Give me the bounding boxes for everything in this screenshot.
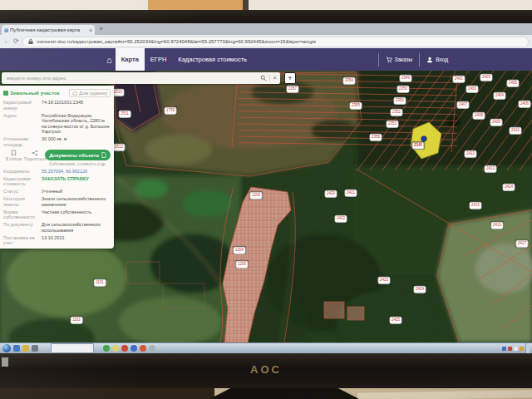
parcel-label-chip[interactable]: 2412 <box>464 150 476 158</box>
search-icon[interactable] <box>260 75 267 81</box>
desk-shadow <box>0 388 214 399</box>
tray-icon[interactable] <box>520 347 524 351</box>
back-icon[interactable]: ← <box>3 38 10 45</box>
address-value: Российская Федерация, Челябинская област… <box>42 113 111 135</box>
taskbar-icon[interactable] <box>112 345 119 352</box>
parcel-label-chip[interactable]: 1205 <box>235 261 248 268</box>
monitor-top-bezel <box>0 10 532 24</box>
house-icon <box>72 91 77 96</box>
share-button[interactable]: Поделиться <box>24 150 45 161</box>
taskbar-icon[interactable] <box>22 345 29 352</box>
parcel-label-chip[interactable]: 1204 <box>233 247 245 254</box>
taskbar-icon[interactable] <box>121 345 128 352</box>
taskbar-icon[interactable] <box>13 345 20 352</box>
ownership-label: Форма собственности: <box>3 209 42 220</box>
parcel-label-chip[interactable]: 2407 <box>456 101 469 109</box>
parcel-label-chip[interactable]: 2405 <box>506 80 519 87</box>
taskbar-icon[interactable] <box>131 345 137 352</box>
coords-value[interactable]: 55.257094, 60.992126 <box>42 169 111 175</box>
parcel-label-chip[interactable]: 2353 <box>386 121 398 128</box>
start-button[interactable] <box>2 344 11 352</box>
refresh-icon[interactable]: ⟳ <box>13 38 19 45</box>
parcel-label-chip[interactable]: 2408 <box>472 112 485 120</box>
parcel-label-chip[interactable]: 2357 <box>286 86 298 93</box>
bookmark-icon <box>11 150 17 156</box>
parcel-label-chip[interactable]: 1739 <box>164 107 176 115</box>
parcel-label-chip[interactable]: 2404 <box>493 92 505 100</box>
taskbar-open-window[interactable] <box>51 343 94 353</box>
parcel-label-chip[interactable]: 2424 <box>413 286 426 293</box>
nav-tab-map[interactable]: Карта <box>116 48 145 71</box>
parcel-label-chip[interactable]: 2403 <box>480 74 492 81</box>
wall-seam <box>243 0 249 10</box>
parcel-label-chip[interactable]: 2416 <box>490 222 503 229</box>
parcel-label-chip[interactable]: 2401 <box>452 76 465 83</box>
windows-taskbar <box>0 342 532 353</box>
parcel-label-chip[interactable]: 2352 <box>390 109 402 116</box>
parcel-label-chip[interactable]: 2420 <box>324 190 337 198</box>
panel-tab-building[interactable]: Дом (здание) <box>69 89 111 97</box>
nav-tab-egrn[interactable]: ЕГРН <box>145 48 172 71</box>
orders-button[interactable]: Заказы <box>378 53 420 66</box>
parcel-label-chip[interactable]: 2512 <box>112 144 125 151</box>
site-header: ⌂ Карта ЕГРН Кадастровая стоимость Заказ… <box>0 48 532 71</box>
parcel-label-chip[interactable]: 1203 <box>249 192 262 200</box>
parcel-label-chip[interactable]: 2351 <box>393 97 406 105</box>
panel-tab-parcel[interactable]: Земельный участок <box>3 91 59 96</box>
order-certificate-link[interactable]: ЗАКАЗАТЬ СПРАВКУ <box>42 176 111 187</box>
save-to-list-button[interactable]: В список <box>3 150 24 161</box>
parcel-label-chip[interactable]: 2354 <box>342 77 355 85</box>
browser-url-row: ← ⟳ rosreestr-doc.ru/кадастровая_карта#c… <box>0 35 532 48</box>
tab-title: Публичная кадастровая карта <box>10 27 87 32</box>
tab-close-icon[interactable]: × <box>89 27 92 33</box>
search-box[interactable]: × <box>2 72 280 84</box>
parcel-label-chip[interactable]: 2402 <box>466 86 478 93</box>
parcel-label-chip[interactable]: 2410 <box>509 127 521 135</box>
tray-icon[interactable] <box>514 347 518 351</box>
parcel-label-chip[interactable]: 2406 <box>518 101 530 108</box>
address-bar[interactable]: rosreestr-doc.ru/кадастровая_карта#ct=55… <box>22 37 529 47</box>
tray-icon[interactable] <box>502 347 506 351</box>
parcel-label-chip[interactable]: 2413 <box>484 165 496 173</box>
parcel-label-chip[interactable]: 2355 <box>349 102 362 110</box>
search-clear-icon[interactable]: × <box>273 75 277 81</box>
tray-icon[interactable] <box>508 347 512 351</box>
ownership-value: Частная собственность <box>42 209 111 220</box>
parcel-label-chip[interactable]: 2423 <box>377 277 390 284</box>
parcel-label-chip[interactable]: 2414 <box>502 184 515 191</box>
new-tab-button[interactable]: + <box>99 25 103 33</box>
taskbar-icon[interactable] <box>149 345 155 352</box>
parcel-label-chip[interactable]: 2358 <box>369 134 382 141</box>
wall-background <box>0 0 532 10</box>
taskbar-icon[interactable] <box>140 345 146 352</box>
show-desktop-button[interactable] <box>525 343 530 353</box>
map-zoom-in-button[interactable]: + <box>284 72 296 84</box>
parcel-label-chip[interactable]: 1101 <box>94 279 106 287</box>
search-input[interactable] <box>5 75 258 81</box>
address-label: Адрес: <box>3 113 42 135</box>
taskbar-icon[interactable] <box>32 345 38 352</box>
documents-caption: Собственники, стоимость и др. <box>49 162 106 166</box>
taskbar-icon[interactable] <box>103 345 110 352</box>
cart-icon <box>386 57 392 63</box>
parcel-label-chip[interactable]: 1102 <box>71 317 83 324</box>
parcel-label-chip[interactable]: 2422 <box>334 215 347 223</box>
object-documents-button[interactable]: Документы объекта <box>45 150 111 160</box>
parcel-label-chip[interactable]: 2421 <box>344 190 357 197</box>
parcel-label-chip[interactable]: 2425 <box>389 317 401 324</box>
monitor-screen: Публичная кадастровая карта × + ← ⟳ rosr… <box>0 23 532 353</box>
parcel-label-chip[interactable]: 2415 <box>469 202 481 209</box>
nav-tab-cadastral-cost[interactable]: Кадастровая стоимость <box>172 48 253 71</box>
parcel-label-chip[interactable]: 2417 <box>515 240 528 248</box>
area-label: Уточненная площадь: <box>3 136 42 147</box>
parcel-label-chip[interactable]: 2350 <box>397 86 409 93</box>
login-button[interactable]: Вход <box>419 53 456 66</box>
parcel-label-chip[interactable]: 2409 <box>490 119 502 126</box>
parcel-label-chip[interactable]: 2511 <box>119 111 131 118</box>
cadastral-number-value: 74:19:1101001:2345 <box>42 100 111 111</box>
browser-tab[interactable]: Публичная кадастровая карта × <box>2 25 95 35</box>
home-icon[interactable]: ⌂ <box>106 55 112 65</box>
photo-of-monitor: Публичная кадастровая карта × + ← ⟳ rosr… <box>0 0 532 399</box>
parcel-label-chip[interactable]: 2345 <box>411 142 424 150</box>
parcel-label-chip[interactable]: 2349 <box>399 75 411 82</box>
